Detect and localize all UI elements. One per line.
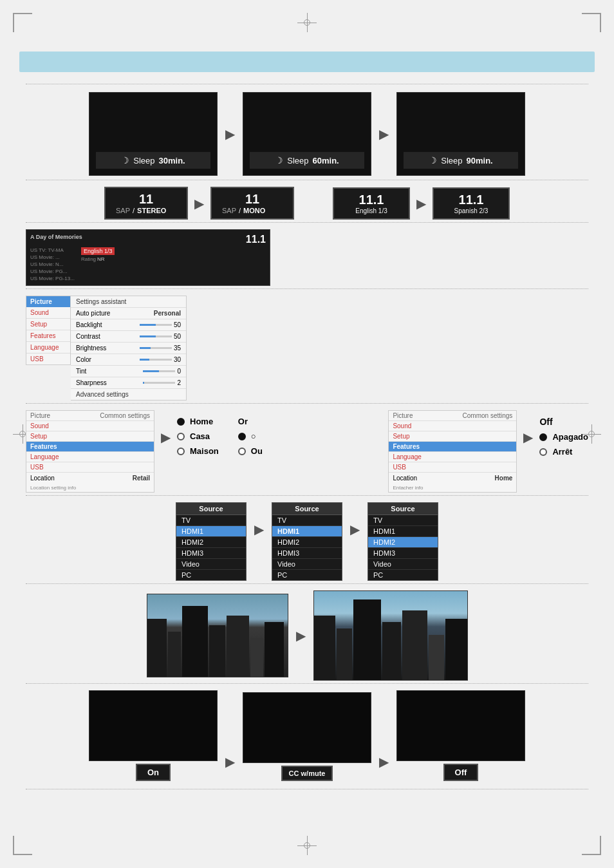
- tint-label: Tint: [76, 368, 86, 375]
- brightness-val: 35: [174, 344, 181, 352]
- color-val: 30: [174, 356, 181, 363]
- source-hdmi2-3-highlighted: HDMI2: [368, 537, 438, 548]
- contrast-row: Contrast 50: [71, 331, 186, 343]
- source-hdmi1-2-highlighted: HDMI1: [272, 526, 342, 537]
- sharpness-row: Sharpness 2: [71, 377, 186, 389]
- stereo-text: STEREO: [137, 207, 166, 214]
- source-hdmi1-3: HDMI1: [368, 526, 438, 537]
- sound-nav-r: Sound: [389, 421, 516, 431]
- sleep-value-1: 30min.: [159, 156, 185, 165]
- picture-nav-lbl-r: Picture: [393, 412, 413, 419]
- epg-channel-num: 11.1: [246, 234, 266, 245]
- crosshair-bottom: [297, 836, 317, 855]
- source-hdmi3-1: HDMI3: [176, 548, 246, 559]
- side-nav-picture: Picture: [26, 296, 70, 307]
- off-label: Off: [539, 417, 588, 427]
- source-tv-1: TV: [176, 515, 246, 526]
- source-title-2: Source: [272, 503, 342, 515]
- epg-ratings-label: Rating: [81, 256, 96, 262]
- or-label-ou: Ou: [251, 446, 263, 456]
- sound-nav: Sound: [26, 421, 154, 431]
- dotted-separator-4: [26, 288, 588, 289]
- location-subtitle: Location setting info: [26, 484, 154, 492]
- location-val: Retail: [133, 475, 150, 482]
- sharpness-val: 2: [177, 379, 181, 386]
- or-option-ou: Ou: [238, 446, 263, 456]
- building-silhouettes-1: [147, 606, 288, 677]
- cc-group-off: Off: [396, 690, 525, 781]
- sleep-moon-icon-2: ☽: [275, 155, 283, 165]
- epg-info-row: US TV: TV-MA US Movie: ... US Movie: N..…: [30, 247, 266, 281]
- side-nav-features: Features: [26, 330, 70, 342]
- features-nav-highlighted: Features: [26, 442, 154, 452]
- off-options: Off Apagado Arrêt: [539, 417, 588, 457]
- sleep-value-3: 90min.: [467, 156, 493, 165]
- cc-row: On ▶ CC w/mute ▶ Off: [26, 688, 588, 784]
- bldg-1b: [168, 632, 181, 677]
- off-label-apagado: Apagado: [552, 432, 588, 442]
- location-row: Picture Common settings Sound Setup Feat…: [26, 408, 588, 495]
- epg-left-col: US TV: TV-MA US Movie: ... US Movie: N..…: [30, 247, 75, 281]
- arrow-4: ▶: [416, 196, 426, 211]
- home-option-home: Home: [177, 417, 219, 426]
- dotted-separator-7: [26, 583, 588, 584]
- corner-mark-br: [582, 836, 601, 855]
- color-slider: 30: [140, 356, 181, 363]
- language-nav: Language: [26, 452, 154, 462]
- off-option-apagado: Apagado: [539, 432, 588, 442]
- picture-settings-row: Picture Sound Setup Features Language US…: [26, 293, 588, 403]
- location-key: Location: [30, 475, 55, 482]
- source-video-2: Video: [272, 559, 342, 570]
- settings-detail-panel: Settings assistant Auto picture Personal…: [71, 296, 187, 401]
- backlight-row: Backlight 50: [71, 319, 186, 331]
- bldg-2e: [402, 610, 427, 680]
- radio-filled-home: [177, 418, 185, 426]
- sleep-timer-row: ☽ Sleep 30min. ▶ ☽ Sleep 60min. ▶ ☽ Slee…: [26, 88, 588, 180]
- ch11-stereo-box: 11 SAP / STEREO: [104, 187, 188, 220]
- cc-btn-on[interactable]: On: [136, 764, 171, 781]
- source-menu-3: Source TV HDMI1 HDMI2 HDMI3 Video PC: [367, 502, 438, 581]
- off-label-arret: Arrêt: [552, 447, 572, 457]
- tv-screen-sleep-30: ☽ Sleep 30min.: [89, 92, 218, 176]
- sap-text-2: SAP: [222, 207, 236, 214]
- source-hdmi3-3: HDMI3: [368, 548, 438, 559]
- mono-text: MONO: [243, 207, 265, 214]
- arrow-1: ▶: [225, 126, 235, 142]
- bldg-2d: [382, 622, 401, 680]
- ch11-mono-num: 11: [222, 192, 283, 207]
- source-menu-2: Source TV HDMI1 HDMI2 HDMI3 Video PC: [272, 502, 342, 581]
- cc-btn-off[interactable]: Off: [443, 764, 479, 781]
- building-img-2: [313, 590, 468, 681]
- source-video-3: Video: [368, 559, 438, 570]
- source-menu-1: Source TV HDMI1 HDMI2 HDMI3 Video PC: [176, 502, 247, 581]
- features-menu-left: Picture Common settings Sound Setup Feat…: [26, 410, 154, 493]
- bldg-1f: [250, 638, 263, 677]
- or-option-o: ○: [238, 431, 263, 441]
- auto-picture-label: Auto picture: [76, 310, 110, 317]
- home-option-casa: Casa: [177, 431, 219, 441]
- side-nav-usb: USB: [26, 354, 70, 364]
- auto-picture-row: Auto picture Personal: [71, 308, 186, 319]
- source-video-1: Video: [176, 559, 246, 570]
- sleep-moon-icon-3: ☽: [429, 155, 437, 165]
- radio-empty-maison: [177, 448, 185, 455]
- sleep-label-2: Sleep: [287, 156, 308, 165]
- english-lang: English 1/3: [344, 207, 398, 214]
- side-nav-setup: Setup: [26, 319, 70, 330]
- ch111-sp-num: 11.1: [444, 193, 498, 207]
- bldg-1e: [227, 616, 249, 677]
- epg-panel: A Day of Memories 11.1 US TV: TV-MA US M…: [26, 229, 270, 286]
- ch11-stereo-group: 11 SAP / STEREO: [104, 187, 188, 220]
- cc-btn-wmute[interactable]: CC w/mute: [281, 766, 333, 781]
- cc-screen-on: [89, 690, 218, 761]
- epg-row: A Day of Memories 11.1 US TV: TV-MA US M…: [26, 227, 588, 288]
- dotted-separator-8: [26, 683, 588, 684]
- bldg-2c: [353, 599, 381, 680]
- sleep-label-1: Sleep: [133, 156, 154, 165]
- home-label-casa: Casa: [190, 431, 210, 441]
- source-tv-3: TV: [368, 515, 438, 526]
- setup-nav: Setup: [26, 431, 154, 442]
- features-menu-right: Picture Common settings Sound Setup Feat…: [388, 410, 517, 493]
- dotted-separator-6: [26, 495, 588, 496]
- bldg-2b: [337, 628, 352, 680]
